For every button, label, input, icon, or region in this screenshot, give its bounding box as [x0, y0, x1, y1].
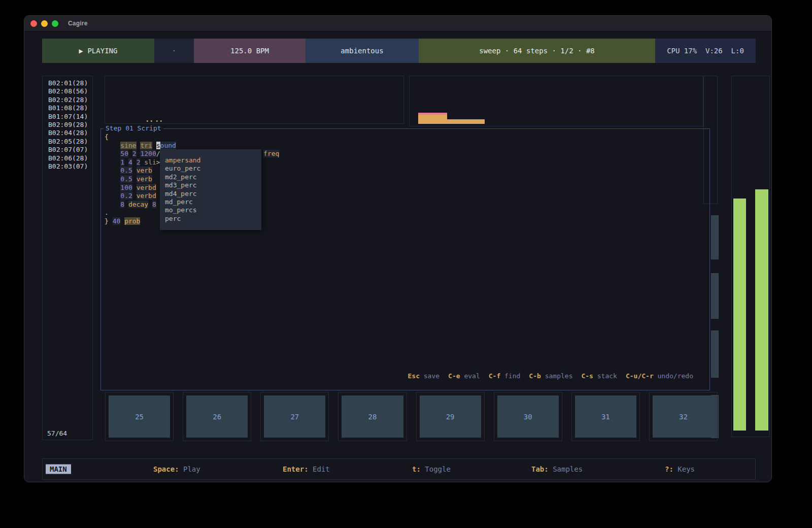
code-token: { [105, 133, 109, 141]
code-token: freq [263, 150, 279, 157]
editor-title: Step 01 Script [104, 124, 163, 132]
step-cell[interactable]: 26 [183, 392, 251, 441]
minimize-button[interactable] [41, 20, 48, 27]
pattern-slot[interactable]: B02:04(28) [43, 129, 92, 137]
code-token: 0.5 [120, 167, 132, 174]
code-token [105, 142, 120, 149]
help-label: stack [597, 372, 617, 380]
step-box[interactable]: 31 [575, 395, 636, 438]
code-token: 0.2 [120, 192, 132, 200]
help-key: C-e [448, 372, 460, 380]
code-token: 50 [120, 150, 128, 157]
mode-badge: MAIN [46, 465, 71, 474]
pattern-slot[interactable]: B02:06(28) [43, 154, 92, 162]
step-box[interactable]: 29 [420, 395, 481, 438]
pattern-slot[interactable]: B02:02(28) [43, 96, 92, 104]
autocomplete-dropdown: ampersandeuro_percmd2_percmd3_percmd4_pe… [160, 149, 261, 230]
code-token: } [105, 217, 109, 225]
pattern-slot[interactable]: B01:07(14) [43, 113, 92, 121]
step-counter: 57/64 [47, 430, 67, 437]
step-box[interactable]: 32 [653, 395, 714, 438]
editor-help-item: Esc save [408, 372, 439, 380]
code-token: ound [160, 142, 176, 149]
hotkey-hint: Tab: Samples [531, 465, 583, 473]
transport-status[interactable]: ▶ PLAYING [42, 39, 154, 63]
pattern-slot[interactable]: B02:03(07) [43, 162, 92, 171]
step-row: 2526272829303132 [105, 392, 718, 441]
pattern-slot[interactable]: B02:07(07) [43, 146, 92, 154]
autocomplete-item[interactable]: md3_perc [160, 181, 261, 189]
autocomplete-item[interactable]: md4_perc [160, 190, 261, 198]
help-key: C-b [529, 372, 540, 380]
pattern-list: B02:01(28)B02:08(56)B02:02(28)B01:08(28)… [43, 76, 92, 171]
step-cell[interactable]: 32 [649, 392, 718, 441]
step-box[interactable]: 30 [497, 395, 559, 438]
script-editor-panel[interactable]: ∙∙∙∙ Step 01 Script { sine tri sound 50 … [100, 128, 710, 390]
waveform-panel [409, 76, 703, 126]
code-token: . [105, 209, 109, 216]
hotkey-hint: Space: Play [153, 465, 200, 473]
help-key: C-f [489, 372, 500, 380]
editor-marks: ∙∙∙∙ [146, 118, 163, 124]
hint-label: Samples [553, 465, 583, 473]
editor-help-item: C-b samples [529, 372, 572, 380]
help-label: eval [464, 372, 480, 380]
step-box[interactable]: 27 [264, 395, 325, 438]
autocomplete-item[interactable]: md_perc [160, 198, 261, 206]
code-token [105, 158, 120, 166]
code-token [124, 201, 128, 208]
autocomplete-item[interactable]: perc [160, 215, 261, 223]
autocomplete-item[interactable]: mo_percs [160, 206, 261, 214]
mark-amber: ∙∙ [146, 118, 154, 124]
beat-indicator: · [154, 39, 194, 63]
code-token: 4 [128, 158, 132, 166]
pattern-grid-panel [105, 76, 404, 124]
help-key: C-u/C-r [626, 372, 654, 380]
step-box[interactable]: 26 [186, 395, 248, 438]
help-key: C-s [581, 372, 593, 380]
code-token: 100 [120, 184, 132, 191]
step-cell[interactable]: 29 [416, 392, 485, 441]
zoom-button[interactable] [52, 20, 58, 27]
autocomplete-item[interactable]: md2_perc [160, 173, 261, 181]
pattern-slot[interactable]: B02:09(28) [43, 121, 92, 129]
titlebar[interactable]: Cagire [24, 16, 771, 31]
code-token: 2 [132, 150, 137, 157]
step-box[interactable]: 25 [109, 395, 170, 438]
code-token [132, 158, 137, 166]
step-cell[interactable]: 28 [338, 392, 407, 441]
code-line: { [105, 133, 279, 142]
autocomplete-item[interactable]: euro_perc [160, 164, 261, 173]
help-label: save [424, 372, 439, 380]
step-cell[interactable]: 27 [260, 392, 329, 441]
code-token [120, 217, 124, 225]
pattern-slot[interactable]: B01:08(28) [43, 104, 92, 112]
editor-help-item: C-e eval [448, 372, 480, 380]
close-button[interactable] [30, 20, 37, 27]
step-cell[interactable]: 25 [105, 392, 174, 441]
help-label: undo/redo [658, 372, 693, 380]
bpm-display[interactable]: 125.0 BPM [194, 39, 306, 63]
status-bar: MAIN Space: PlayEnter: Editt: ToggleTab:… [42, 458, 756, 480]
step-box[interactable]: 28 [342, 395, 403, 438]
pattern-slot[interactable]: B02:05(28) [43, 138, 92, 146]
code-token [132, 167, 137, 174]
code-token: sine [120, 142, 136, 149]
step-cell[interactable]: 31 [571, 392, 640, 441]
pattern-info[interactable]: sweep · 64 steps · 1/2 · #8 [419, 39, 655, 63]
pattern-slot[interactable]: B02:01(28) [43, 79, 92, 87]
autocomplete-list: ampersandeuro_percmd2_percmd3_percmd4_pe… [160, 156, 261, 223]
code-token: 0.5 [120, 175, 132, 183]
patch-name[interactable]: ambientous [306, 39, 419, 63]
pattern-slot[interactable]: B02:08(56) [43, 87, 92, 95]
autocomplete-item[interactable]: ampersand [160, 156, 261, 164]
code-token: 8 [152, 201, 156, 208]
code-token [105, 150, 120, 157]
step-cell[interactable]: 30 [494, 392, 562, 441]
pattern-list-panel: B02:01(28)B02:08(56)B02:02(28)B01:08(28)… [42, 76, 93, 440]
system-stats: CPU 17% V:26 L:0 [655, 39, 756, 63]
code-token [105, 175, 120, 183]
hint-key: Tab: [531, 465, 549, 473]
side-cell [711, 215, 719, 259]
hint-label: Toggle [425, 465, 451, 473]
